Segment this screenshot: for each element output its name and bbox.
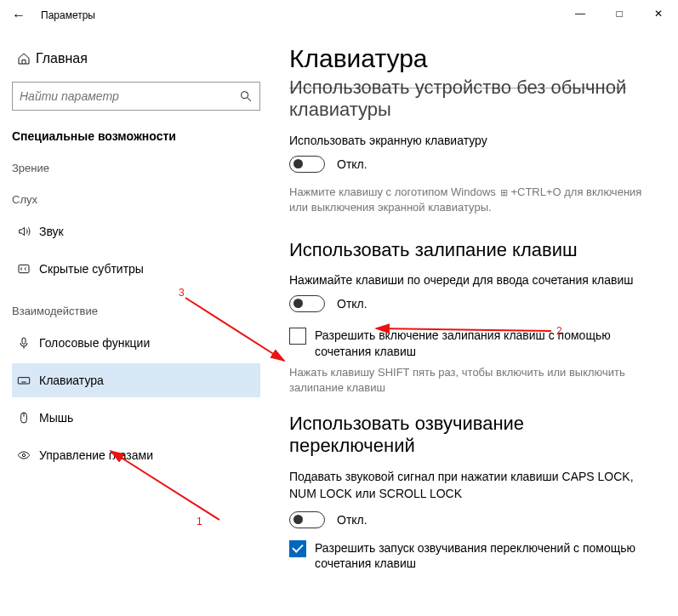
- sidebar-item-eye-control[interactable]: Управление глазами: [12, 438, 260, 472]
- sidebar-item-label: Мышь: [39, 411, 73, 425]
- group-label: Взаимодействие: [12, 305, 260, 317]
- osk-hint: Нажмите клавишу с логотипом Windows +CTR…: [289, 185, 654, 215]
- sound-icon: [12, 225, 36, 238]
- windows-logo-icon: [500, 185, 509, 193]
- osk-heading: Использовать устройство без обычнойклави…: [289, 77, 654, 122]
- osk-desc: Использовать экранную клавиатуру: [289, 134, 654, 147]
- sidebar-home[interactable]: Главная: [12, 51, 260, 66]
- svg-rect-3: [22, 338, 26, 344]
- sidebar-item-captions[interactable]: Скрытые субтитры: [12, 252, 260, 286]
- close-button[interactable]: ✕: [639, 0, 678, 27]
- togglekeys-shortcut-label: Разрешить запуск озвучивания переключени…: [315, 540, 654, 573]
- osk-toggle[interactable]: [289, 156, 325, 173]
- svg-point-13: [22, 453, 25, 456]
- sidebar-item-label: Голосовые функции: [39, 336, 150, 350]
- sidebar-item-label: Управление глазами: [39, 448, 153, 462]
- sidebar-item-mouse[interactable]: Мышь: [12, 401, 260, 435]
- cc-icon: [12, 262, 36, 276]
- sidebar-item-label: Скрытые субтитры: [39, 262, 144, 276]
- sticky-heading: Использовать залипание клавиш: [289, 239, 654, 261]
- page-title: Клавиатура: [289, 44, 654, 73]
- togglekeys-heading: Использовать озвучивание переключений: [289, 413, 654, 457]
- svg-line-1: [248, 98, 251, 101]
- osk-toggle-label: Откл.: [337, 157, 367, 171]
- sidebar-section-title: Специальные возможности: [12, 129, 260, 143]
- home-icon: [12, 52, 36, 66]
- search-input[interactable]: [20, 89, 239, 103]
- sidebar-item-label: Звук: [39, 225, 64, 238]
- sidebar-item-speech[interactable]: Голосовые функции: [12, 326, 260, 360]
- content-pane: Клавиатура Использовать устройство без о…: [272, 31, 678, 616]
- eye-icon: [12, 448, 36, 462]
- search-input-wrap[interactable]: [12, 82, 260, 111]
- mouse-icon: [12, 411, 36, 425]
- group-label: Зрение: [12, 162, 260, 174]
- sidebar-item-sound[interactable]: Звук: [12, 214, 260, 248]
- back-button[interactable]: ←: [9, 8, 29, 23]
- mic-icon: [12, 336, 36, 350]
- togglekeys-shortcut-checkbox[interactable]: [289, 540, 306, 557]
- svg-point-0: [242, 92, 248, 99]
- togglekeys-toggle[interactable]: [289, 511, 325, 528]
- window-title: Параметры: [41, 9, 95, 21]
- keyboard-icon: [12, 374, 36, 387]
- sidebar: Главная Специальные возможности Зрение С…: [0, 31, 272, 616]
- sticky-shortcut-label: Разрешить включение залипания клавиш с п…: [315, 328, 654, 360]
- togglekeys-desc: Подавать звуковой сигнал при нажатии кла…: [289, 469, 654, 502]
- sidebar-item-keyboard[interactable]: Клавиатура: [12, 363, 260, 397]
- togglekeys-toggle-label: Откл.: [337, 513, 367, 527]
- sticky-desc: Нажимайте клавиши по очереди для ввода с…: [289, 273, 654, 287]
- maximize-button[interactable]: □: [600, 0, 639, 27]
- minimize-button[interactable]: —: [561, 0, 600, 27]
- sticky-hint: Нажать клавишу SHIFT пять раз, чтобы вкл…: [289, 365, 654, 396]
- svg-rect-5: [18, 378, 29, 384]
- sidebar-item-label: Клавиатура: [39, 374, 104, 387]
- sticky-toggle-label: Откл.: [337, 297, 367, 311]
- sticky-shortcut-checkbox[interactable]: [289, 328, 306, 345]
- sidebar-home-label: Главная: [36, 51, 88, 66]
- search-icon: [239, 89, 253, 103]
- group-label: Слух: [12, 193, 260, 206]
- svg-rect-2: [19, 265, 29, 272]
- sticky-toggle[interactable]: [289, 295, 325, 312]
